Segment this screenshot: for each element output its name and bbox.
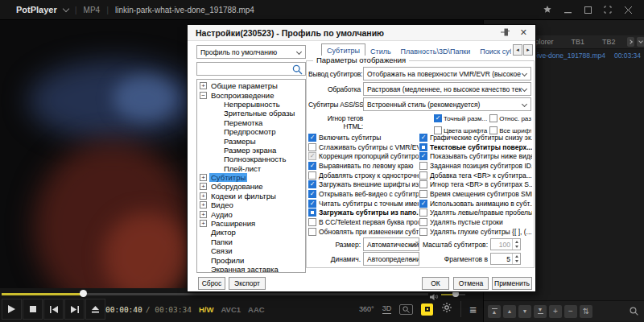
3d-button[interactable]: 3D [382,304,392,314]
always-on-top-icon[interactable] [543,5,552,14]
move-to-top-button[interactable]: ▲ [488,305,501,318]
dynamic-select[interactable]: Автоопределени [363,252,419,266]
subtitle-option-checkbox[interactable]: В CC/Teletext первая буква проп... [308,217,419,227]
expand-plus-icon[interactable]: + [200,82,207,89]
subtitle-option-checkbox[interactable]: ✓Открывать веб-видео с субтитр... [308,189,419,199]
tree-item-15[interactable]: +Расширения [197,219,305,228]
checkbox-icon[interactable] [308,228,316,236]
spin-down-icon[interactable] [513,245,520,250]
checkbox-icon[interactable] [419,143,427,151]
playlist-tab-2[interactable]: TB2 [593,38,625,46]
subtitle-option-checkbox[interactable]: ✓Читать субтитры с точным имен... [308,199,419,208]
seek-handle[interactable] [80,290,87,297]
html-tag-checkbox[interactable]: Относ. размер [489,114,531,122]
checkbox-icon[interactable]: ✓ [308,152,316,160]
checkbox-icon[interactable] [419,218,427,226]
tree-item-2[interactable]: Непрерывность [197,100,305,109]
checkbox-icon[interactable] [308,143,316,151]
checkbox-icon[interactable]: ✓ [419,200,427,208]
apply-button[interactable]: Применить [492,277,532,290]
subtitle-option-checkbox[interactable]: ✓Выравнивать по левому краю [308,161,419,171]
settings-gear-icon[interactable] [441,302,452,316]
checkbox-icon[interactable] [419,171,427,180]
checkbox-icon[interactable] [419,208,427,217]
subtitle-toggle-icon[interactable] [421,303,433,316]
tree-item-20[interactable]: Экранная заставка [197,265,305,273]
playlist-search-icon[interactable] [630,307,644,316]
subtitle-option-checkbox[interactable]: ✓Коррекция пропорций субтитров [308,151,419,161]
checkbox-icon[interactable] [308,171,316,180]
subtitle-option-checkbox[interactable]: Заданная позиция субтитров ID... [419,161,532,171]
vr-360-button[interactable]: 360° [359,305,374,313]
tree-item-8[interactable]: Полноэкранность [197,155,305,163]
stop-button[interactable] [23,299,43,320]
reset-button[interactable]: Сброс [198,277,225,290]
subtitle-option-checkbox[interactable]: Обновлять при изменении субти... [308,227,419,237]
subtitle-option-checkbox[interactable]: Сглаживать субтитры с VMR/EVR [308,142,419,152]
checkbox-icon[interactable]: ✓ [308,180,316,188]
cancel-button[interactable]: Отмена [453,277,489,290]
checkbox-icon[interactable]: ✓ [419,152,427,160]
add-item-button[interactable]: + [549,305,562,318]
expand-plus-icon[interactable]: + [200,201,207,208]
next-button[interactable] [64,299,85,320]
checkbox-icon[interactable] [308,218,316,226]
checkbox-icon[interactable]: ✓ [434,114,442,122]
tree-item-18[interactable]: Связи [197,246,305,255]
playlist-tab-next-icon[interactable] [627,37,635,47]
expand-plus-icon[interactable]: + [200,174,207,181]
spin-down-icon[interactable] [513,259,520,265]
tree-item-4[interactable]: Перемотка [197,118,305,127]
previous-button[interactable] [43,299,64,320]
html-tag-checkbox[interactable]: ✓Точный разм... [434,114,487,122]
settings-search-input[interactable] [196,62,306,76]
checkbox-icon[interactable] [419,180,427,188]
tab-scroll-left-icon[interactable]: ◂ [513,44,522,56]
dialog-titlebar[interactable]: Настройки(230523) - Профиль по умолчанию… [188,25,535,41]
tree-item-5[interactable]: Предпросмотр [197,127,305,136]
checkbox-icon[interactable] [419,162,427,170]
minimize-icon[interactable] [563,5,572,14]
subtitle-option-checkbox[interactable]: ✓Загружать внешние шрифты из ... [308,180,419,189]
subtitle-option-checkbox[interactable]: Загружать субтитры из папо... [308,208,419,218]
playlist-tab-menu-icon[interactable] [637,37,644,47]
move-down-button[interactable]: ▼ [518,305,531,318]
seek-bar[interactable] [2,293,428,295]
subtitle-option-checkbox[interactable]: Удалять пустые строки [419,217,532,227]
checkbox-icon[interactable]: ✓ [308,162,316,170]
tree-item-9[interactable]: Плей-лист [197,164,305,173]
subtitle-option-checkbox[interactable]: ✓Графические субтитры снизу эк... [419,133,532,142]
tree-item-1[interactable]: −Воспроизведение [197,90,305,99]
checkbox-icon[interactable] [308,208,316,217]
subtitle-option-checkbox[interactable]: ✓Включить субтитры [308,133,419,142]
playlist-toggle-icon[interactable]: ≡ [469,303,477,316]
fullscreen-icon[interactable] [603,5,613,14]
subtitle-option-checkbox[interactable]: Удалять глухие субтитры {[ ], (... [419,227,532,237]
checkbox-icon[interactable]: ✓ [308,190,316,198]
settings-tab-3[interactable]: Поиск субтитров [475,45,511,57]
checkbox-icon[interactable]: ✓ [308,200,316,208]
app-logo[interactable]: PotPlayer [16,5,57,14]
move-to-bottom-button[interactable]: ▼ [534,305,547,318]
tree-item-14[interactable]: +Аудио [197,209,305,218]
hardware-decoding-badge[interactable]: H/W [199,305,213,314]
tree-item-3[interactable]: Зрительные образы [197,109,305,118]
subtitle-option-checkbox[interactable]: Добавлять строку к однострочным [308,171,419,180]
tree-item-10[interactable]: +Субтитры [197,173,305,182]
expand-plus-icon[interactable]: + [200,183,207,190]
export-button[interactable]: Экспорт [229,277,266,290]
profile-select[interactable]: Профиль по умолчанию [196,45,306,59]
open-media-button[interactable] [85,299,105,320]
main-menu-chevron-icon[interactable] [63,5,69,11]
play-button[interactable] [2,299,22,320]
subtitle-option-checkbox[interactable]: Игнор тега <BR> в субтитрах S... [419,180,532,189]
video-codec-badge[interactable]: AVC1 [221,305,241,314]
tree-item-19[interactable]: Профили [197,255,305,264]
checkbox-icon[interactable] [419,228,427,236]
ok-button[interactable]: ОК [422,277,449,290]
tree-item-11[interactable]: +Оборудование [197,182,305,191]
checkbox-icon[interactable]: ✓ [308,134,316,142]
size-select[interactable]: Автоматический [363,237,419,251]
subtitle-option-checkbox[interactable]: Удалять левые/правые пробелы [419,208,532,218]
checkbox-icon[interactable] [489,114,497,122]
